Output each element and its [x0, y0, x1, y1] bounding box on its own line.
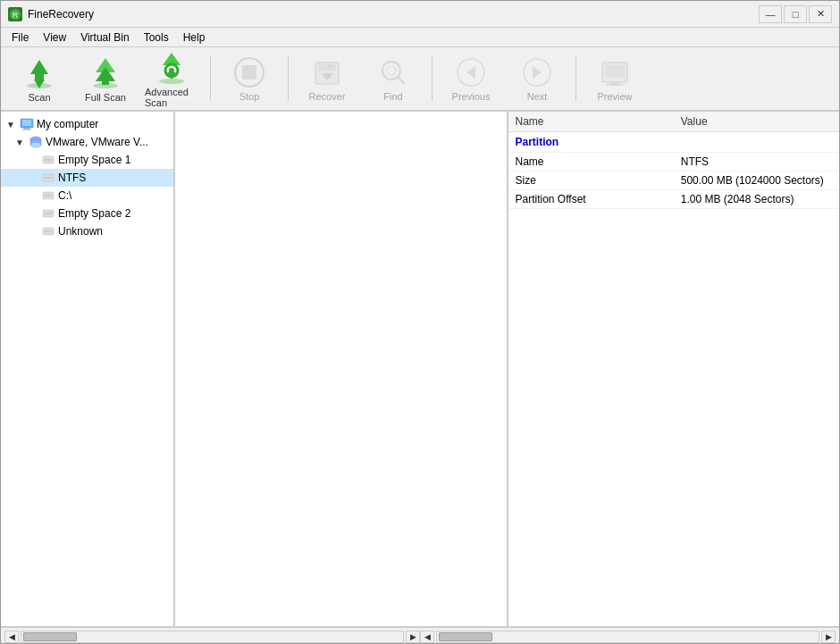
minimize-button[interactable]: —: [759, 5, 782, 23]
main-content: ▼ My computer ▼ VMware, V: [1, 112, 839, 627]
toolbar-sep-2: [288, 56, 289, 101]
props-offset-value: 1.00 MB (2048 Sectors): [674, 190, 839, 209]
tree-item-unknown[interactable]: Unknown: [1, 222, 173, 240]
menu-view[interactable]: View: [36, 29, 73, 46]
scroll-left-arrow-1[interactable]: ◀: [4, 631, 19, 643]
recover-icon: [309, 55, 345, 89]
properties-table: Name Value Partition Name NTFS Size 500.…: [508, 112, 840, 209]
tree-item-empty-space-2[interactable]: Empty Space 2: [1, 205, 173, 222]
stop-icon: [231, 55, 267, 89]
scan-icon: [21, 54, 57, 90]
expand-unknown: [26, 225, 38, 238]
scrollbar-horizontal-left[interactable]: [21, 631, 404, 643]
find-button[interactable]: Find: [362, 51, 424, 106]
next-label: Next: [527, 91, 548, 102]
preview-icon: [597, 55, 633, 89]
toolbar-sep-4: [575, 56, 576, 101]
title-bar: R FineRecovery — □ ✕: [1, 1, 839, 28]
col-name-header: Name: [508, 112, 674, 132]
empty-space-1-icon: [41, 153, 55, 167]
svg-rect-29: [605, 65, 625, 77]
vmware-drive-icon: [29, 135, 43, 149]
advanced-scan-button[interactable]: Advanced Scan: [140, 51, 203, 106]
svg-line-22: [398, 77, 405, 84]
props-name-label: Name: [508, 153, 674, 171]
props-size-value: 500.00 MB (1024000 Sectors): [674, 171, 839, 190]
tree-panel[interactable]: ▼ My computer ▼ VMware, V: [1, 112, 175, 626]
tree-label-vmware: VMware, VMware V...: [46, 136, 148, 148]
c-drive-icon: [41, 188, 55, 203]
find-label: Find: [383, 91, 402, 102]
expand-my-computer[interactable]: ▼: [4, 118, 17, 130]
stop-button[interactable]: Stop: [218, 51, 281, 106]
maximize-button[interactable]: □: [784, 5, 807, 23]
scroll-right-arrow-1[interactable]: ▶: [406, 631, 420, 643]
advanced-scan-icon: [154, 49, 189, 85]
scroll-left-arrow-2[interactable]: ◀: [420, 631, 434, 643]
tree-label-my-computer: My computer: [37, 118, 98, 130]
toolbar: Scan Full Scan Advanced Scan: [1, 47, 839, 112]
properties-panel: Name Value Partition Name NTFS Size 500.…: [508, 112, 840, 626]
scrollbar-thumb-left[interactable]: [23, 632, 77, 641]
tree-label-ntfs: NTFS: [58, 171, 86, 184]
tree-label-empty-1: Empty Space 1: [58, 154, 130, 166]
previous-button[interactable]: Previous: [440, 51, 502, 106]
svg-marker-25: [466, 66, 475, 79]
tree-label-c: C:\: [58, 189, 71, 202]
scrollbar-horizontal-right[interactable]: [436, 631, 819, 643]
tree-item-my-computer[interactable]: ▼ My computer: [1, 115, 173, 133]
toolbar-sep-1: [210, 56, 211, 101]
app-icon: R: [8, 7, 22, 21]
files-panel[interactable]: [175, 112, 508, 626]
app-title: FineRecovery: [28, 8, 94, 21]
partition-label: Partition: [508, 132, 840, 153]
partition-section-header: Partition: [508, 132, 840, 153]
empty-space-2-icon: [41, 206, 55, 221]
title-bar-left: R FineRecovery: [8, 7, 94, 21]
svg-rect-31: [607, 84, 623, 86]
svg-rect-34: [24, 128, 29, 130]
scan-label: Scan: [28, 92, 50, 103]
menu-tools[interactable]: Tools: [137, 29, 176, 46]
props-size-label: Size: [508, 171, 674, 190]
scroll-right-arrow-2[interactable]: ▶: [821, 631, 836, 643]
tree-item-ntfs[interactable]: NTFS: [1, 169, 173, 187]
full-scan-label: Full Scan: [85, 92, 126, 103]
unknown-icon: [41, 224, 55, 238]
svg-rect-16: [242, 65, 256, 79]
svg-rect-9: [102, 79, 109, 85]
props-offset-label: Partition Offset: [508, 190, 674, 209]
svg-point-19: [328, 64, 332, 68]
computer-icon: [20, 117, 34, 131]
tree-item-c-drive[interactable]: C:\: [1, 187, 173, 205]
next-button[interactable]: Next: [506, 51, 568, 106]
stop-label: Stop: [239, 91, 260, 102]
expand-c: [26, 189, 38, 202]
svg-marker-27: [533, 66, 542, 79]
recover-button[interactable]: Recover: [296, 51, 358, 106]
menu-help[interactable]: Help: [176, 29, 213, 46]
scan-button[interactable]: Scan: [8, 51, 71, 106]
previous-icon: [453, 55, 489, 89]
toolbar-sep-3: [432, 56, 433, 101]
status-bar: ◀ ▶ ◀ ▶: [1, 627, 839, 644]
svg-rect-18: [319, 63, 335, 70]
tree-item-vmware[interactable]: ▼ VMware, VMware V...: [1, 133, 173, 151]
menu-virtual-bin[interactable]: Virtual Bin: [73, 29, 136, 46]
tree-item-empty-space-1[interactable]: Empty Space 1: [1, 151, 173, 169]
svg-rect-35: [22, 130, 31, 130]
menu-file[interactable]: File: [4, 29, 36, 46]
tree-label-unknown: Unknown: [58, 225, 103, 238]
preview-button[interactable]: Preview: [584, 51, 646, 106]
svg-marker-3: [30, 60, 48, 74]
full-scan-icon: [88, 54, 123, 90]
close-button[interactable]: ✕: [809, 5, 832, 23]
expand-vmware[interactable]: ▼: [13, 136, 26, 148]
svg-point-38: [30, 142, 41, 147]
tree-label-empty-2: Empty Space 2: [58, 207, 130, 220]
find-icon: [375, 55, 411, 89]
scrollbar-thumb-right[interactable]: [439, 632, 492, 641]
expand-ntfs: [26, 171, 38, 184]
full-scan-button[interactable]: Full Scan: [74, 51, 137, 106]
next-icon: [519, 55, 555, 89]
